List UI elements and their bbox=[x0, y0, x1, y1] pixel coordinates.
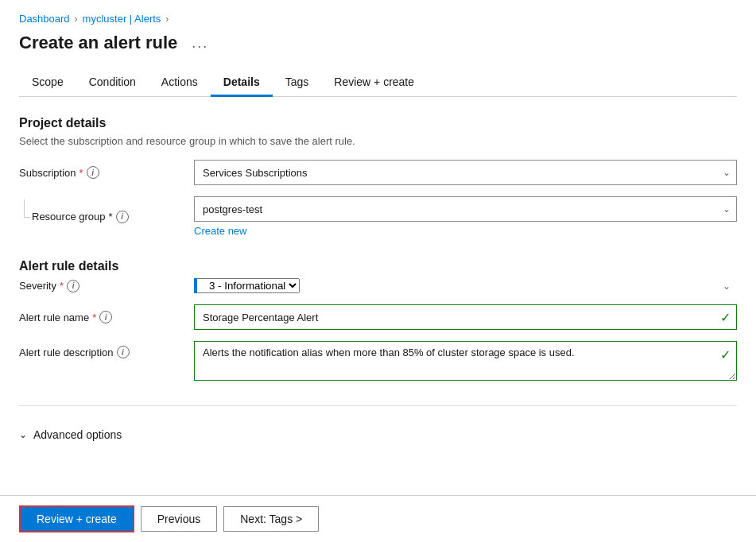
project-details-title: Project details bbox=[19, 116, 737, 130]
breadcrumb-sep-1: › bbox=[75, 14, 78, 25]
severity-row: Severity * i 0 - Critical 1 - Error 2 - … bbox=[19, 278, 737, 293]
severity-label: Severity * i bbox=[19, 280, 194, 292]
resource-group-select-wrapper: postgres-test ⌄ bbox=[194, 196, 737, 222]
alert-rule-description-label-text: Alert rule description bbox=[19, 346, 114, 358]
alert-rule-name-label: Alert rule name * i bbox=[19, 311, 194, 323]
alert-rule-description-textarea[interactable]: Alerts the notification alias when more … bbox=[194, 341, 737, 381]
alert-rule-details-title: Alert rule details bbox=[19, 259, 737, 273]
subscription-label: Subscription * i bbox=[19, 166, 194, 179]
alert-rule-name-info-icon[interactable]: i bbox=[99, 311, 112, 323]
tab-details[interactable]: Details bbox=[211, 69, 273, 97]
tab-actions[interactable]: Actions bbox=[149, 69, 211, 97]
severity-select-wrapper: 0 - Critical 1 - Error 2 - Warning 3 - I… bbox=[194, 278, 737, 293]
subscription-label-text: Subscription bbox=[19, 167, 76, 179]
alert-rule-name-control: ✓ bbox=[194, 304, 737, 330]
subscription-required: * bbox=[79, 167, 83, 179]
resource-group-required: * bbox=[109, 211, 113, 223]
resource-group-info-icon[interactable]: i bbox=[116, 211, 129, 223]
project-details-section: Project details Select the subscription … bbox=[19, 116, 737, 237]
tab-review-create[interactable]: Review + create bbox=[321, 69, 427, 97]
alert-rule-name-required: * bbox=[92, 312, 96, 323]
resource-group-select[interactable]: postgres-test bbox=[194, 196, 737, 222]
subscription-select-wrapper: Services Subscriptions ⌄ bbox=[194, 160, 737, 185]
resource-group-label-area: Resource group * i bbox=[19, 211, 194, 223]
advanced-options-label: Advanced options bbox=[33, 428, 122, 441]
alert-rule-name-label-text: Alert rule name bbox=[19, 312, 89, 323]
breadcrumb-sep-2: › bbox=[165, 14, 169, 25]
severity-info-icon[interactable]: i bbox=[67, 280, 79, 292]
tab-tags[interactable]: Tags bbox=[273, 69, 322, 97]
severity-caret-icon: ⌄ bbox=[723, 281, 731, 292]
tabs-nav: Scope Condition Actions Details Tags Rev… bbox=[19, 69, 737, 97]
alert-rule-name-row: Alert rule name * i ✓ bbox=[19, 304, 737, 330]
severity-required: * bbox=[60, 280, 64, 292]
alert-rule-name-check-icon: ✓ bbox=[720, 310, 731, 325]
alert-rule-name-input[interactable] bbox=[194, 304, 737, 330]
severity-select[interactable]: 0 - Critical 1 - Error 2 - Warning 3 - I… bbox=[194, 278, 300, 293]
alert-rule-description-info-icon[interactable]: i bbox=[117, 346, 130, 358]
alert-rule-description-row: Alert rule description i Alerts the noti… bbox=[19, 341, 737, 383]
section-divider bbox=[19, 405, 737, 406]
review-create-button[interactable]: Review + create bbox=[19, 505, 134, 511]
page-title-row: Create an alert rule ... bbox=[19, 33, 737, 53]
breadcrumb-cluster[interactable]: mycluster | Alerts bbox=[83, 13, 161, 25]
ellipsis-button[interactable]: ... bbox=[187, 33, 213, 53]
subscription-select[interactable]: Services Subscriptions bbox=[194, 160, 737, 185]
footer: Review + create Previous Next: Tags > bbox=[0, 495, 756, 511]
page-title: Create an alert rule bbox=[19, 33, 177, 53]
resource-group-label-text: Resource group bbox=[32, 211, 106, 223]
advanced-options-chevron-icon: ⌄ bbox=[19, 429, 27, 440]
alert-rule-description-label: Alert rule description i bbox=[19, 341, 194, 358]
alert-rule-description-check-icon: ✓ bbox=[720, 347, 731, 362]
resource-group-row: Resource group * i postgres-test ⌄ Creat… bbox=[19, 196, 737, 237]
alert-rule-description-control: Alerts the notification alias when more … bbox=[194, 341, 737, 383]
subscription-row: Subscription * i Services Subscriptions … bbox=[19, 160, 737, 185]
previous-button[interactable]: Previous bbox=[141, 506, 217, 511]
resource-group-control: postgres-test ⌄ Create new bbox=[194, 196, 737, 237]
advanced-options-toggle[interactable]: ⌄ Advanced options bbox=[19, 422, 737, 447]
breadcrumb: Dashboard › mycluster | Alerts › bbox=[19, 13, 737, 25]
next-tags-button[interactable]: Next: Tags > bbox=[223, 506, 319, 511]
alert-rule-details-section: Alert rule details Severity * i 0 - Crit… bbox=[19, 259, 737, 383]
breadcrumb-dashboard[interactable]: Dashboard bbox=[19, 13, 70, 25]
tab-condition[interactable]: Condition bbox=[76, 69, 149, 97]
severity-label-text: Severity bbox=[19, 280, 56, 292]
project-details-desc: Select the subscription and resource gro… bbox=[19, 135, 737, 147]
tab-scope[interactable]: Scope bbox=[19, 69, 76, 97]
create-new-link[interactable]: Create new bbox=[194, 225, 246, 237]
subscription-info-icon[interactable]: i bbox=[87, 166, 99, 179]
